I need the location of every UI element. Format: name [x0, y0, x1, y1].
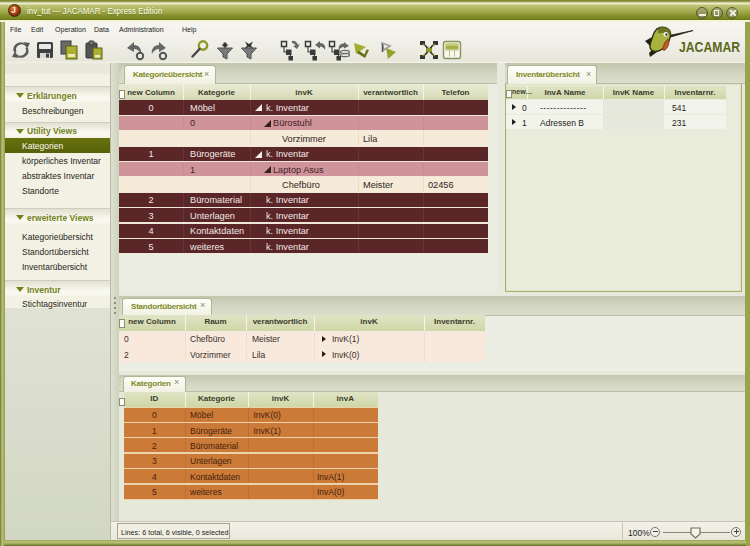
- svg-text:JACAMAR: JACAMAR: [679, 38, 740, 55]
